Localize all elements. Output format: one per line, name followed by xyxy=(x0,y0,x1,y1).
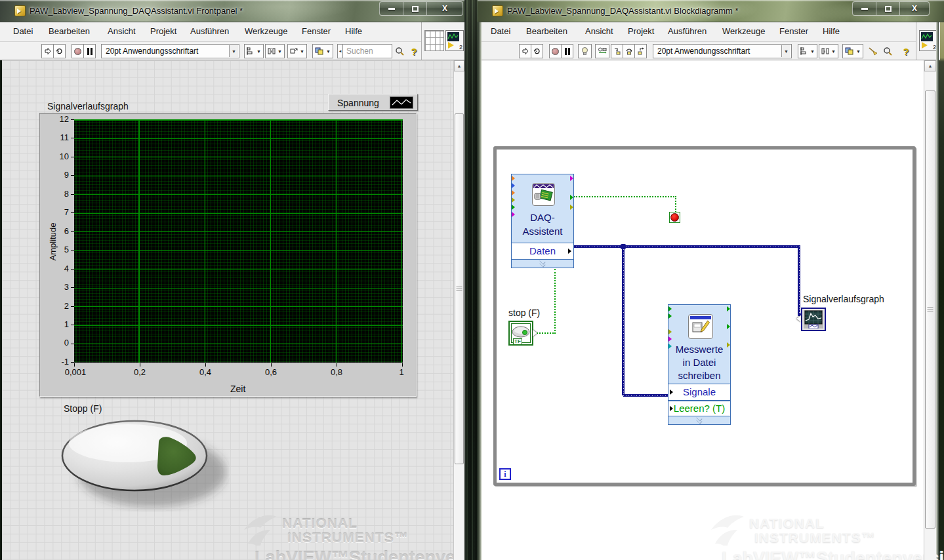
stop-terminal-label[interactable]: stop (F) xyxy=(508,308,540,318)
graph-label[interactable]: Signalverlaufsgraph xyxy=(47,101,129,111)
wire-stop-green[interactable] xyxy=(554,269,556,334)
legend-plot-sample[interactable] xyxy=(390,96,413,109)
stop-terminal[interactable]: TF xyxy=(508,321,533,346)
scroll-up-button[interactable]: ▲ xyxy=(454,60,464,71)
vertical-scrollbar[interactable]: ▲ xyxy=(924,60,936,560)
titlebar[interactable]: PAW_Labview_Spannung_DAQAssistant.vi Fro… xyxy=(0,0,466,22)
minimize-button[interactable] xyxy=(852,1,876,16)
step-over-button[interactable] xyxy=(623,44,635,58)
graph-terminal[interactable] xyxy=(801,308,826,331)
align-objects-button[interactable]: ▼ xyxy=(244,44,264,58)
terminal-out-arrow xyxy=(533,330,537,336)
abort-button[interactable] xyxy=(549,44,562,58)
menu-fenster[interactable]: Fenster xyxy=(302,26,331,36)
menu-werkzeuge[interactable]: Werkzeuge xyxy=(245,26,288,36)
font-selector-dropdown[interactable]: ▼ xyxy=(229,45,238,57)
step-into-button[interactable] xyxy=(611,44,623,58)
run-button[interactable] xyxy=(519,44,531,58)
menu-ausfuehren[interactable]: Ausführen xyxy=(190,26,229,36)
font-selector-dropdown[interactable]: ▼ xyxy=(781,45,790,57)
expand-chevron[interactable]: ▼▼ xyxy=(512,260,573,268)
resize-objects-button[interactable]: ▼ xyxy=(287,44,307,58)
vi-icon[interactable]: 2 xyxy=(445,30,464,51)
align-grid-icon[interactable] xyxy=(424,30,444,51)
vi-icon[interactable]: 2 xyxy=(919,30,937,51)
wire-daten-data[interactable] xyxy=(798,247,800,316)
scrollbar-thumb[interactable] xyxy=(925,90,935,529)
menu-hilfe[interactable]: Hilfe xyxy=(823,26,840,36)
run-continuous-button[interactable] xyxy=(531,44,543,58)
error-stop-dot[interactable] xyxy=(669,212,680,223)
align-objects-button[interactable]: ▼ xyxy=(798,44,817,58)
pause-button[interactable] xyxy=(561,44,573,58)
graph-terminal-label[interactable]: Signalverlaufsgraph xyxy=(803,294,884,304)
reorder-button[interactable]: ▼ xyxy=(842,44,863,58)
run-continuous-button[interactable] xyxy=(53,44,66,58)
menu-ansicht[interactable]: Ansicht xyxy=(585,26,613,36)
scrollbar-thumb[interactable] xyxy=(455,113,464,464)
menu-fenster[interactable]: Fenster xyxy=(779,26,808,36)
daq-assistant-node[interactable]: DAQ- Assistent Daten ▼▼ xyxy=(511,174,574,268)
vertical-scrollbar[interactable]: ▲ xyxy=(453,60,464,560)
expand-chevron[interactable]: ▼▼ xyxy=(668,417,730,424)
help-button[interactable]: ? xyxy=(900,44,912,58)
menu-hilfe[interactable]: Hilfe xyxy=(345,26,362,36)
wire-daten-data[interactable] xyxy=(623,394,668,397)
distribute-objects-button[interactable]: ▼ xyxy=(265,44,285,58)
run-button[interactable] xyxy=(41,44,54,58)
pause-button[interactable] xyxy=(83,44,96,58)
retain-wire-values-button[interactable] xyxy=(595,44,609,58)
maximize-button[interactable] xyxy=(876,1,899,16)
terminal-in-arrow xyxy=(796,315,801,322)
search-button[interactable] xyxy=(880,44,895,58)
highlight-execution-button[interactable] xyxy=(578,44,592,58)
font-selector[interactable]: 20pt Anwendungsschriftart ▼ xyxy=(101,44,239,58)
menu-datei[interactable]: Datei xyxy=(491,26,510,36)
wire-error-green[interactable] xyxy=(574,196,676,197)
blockdiagram-canvas[interactable]: DAQ- Assistent Daten ▼▼ stop (F) TF xyxy=(482,60,924,560)
menu-bearbeiten[interactable]: Bearbeiten xyxy=(49,26,90,36)
wire-daten-data[interactable] xyxy=(573,245,800,248)
menu-datei[interactable]: Datei xyxy=(13,26,33,36)
step-out-button[interactable] xyxy=(634,44,647,58)
info-icon[interactable]: i xyxy=(499,468,511,480)
watermark-line3: LabVIEW™Studentenversion xyxy=(255,548,466,560)
font-selector-value: 20pt Anwendungsschriftart xyxy=(657,47,750,56)
menu-werkzeuge[interactable]: Werkzeuge xyxy=(722,26,766,36)
search-button[interactable] xyxy=(392,44,407,58)
search-input[interactable]: Suchen xyxy=(342,44,392,58)
menu-ansicht[interactable]: Ansicht xyxy=(108,26,136,36)
menu-projekt[interactable]: Projekt xyxy=(150,26,176,36)
font-selector[interactable]: 20pt Anwendungsschriftart ▼ xyxy=(653,44,792,58)
waveform-graph[interactable]: 1211 109 87 65 43 21 0-1 0,001 0,2 0,4 0… xyxy=(39,113,417,397)
write-measurement-node[interactable]: Messwerte in Datei schreiben Signale Lee… xyxy=(668,304,731,425)
help-icon: ? xyxy=(903,46,909,57)
titlebar[interactable]: PAW_Labview_Spannung_DAQAssistant.vi Blo… xyxy=(478,0,944,22)
distribute-objects-button[interactable]: ▼ xyxy=(819,44,838,58)
plot-area[interactable] xyxy=(74,119,403,363)
stop-button[interactable] xyxy=(52,413,230,511)
cleanup-diagram-button[interactable] xyxy=(866,44,880,58)
wire-stop-green[interactable] xyxy=(535,332,556,334)
help-button[interactable]: ? xyxy=(408,44,420,58)
wire-daten-data[interactable] xyxy=(622,247,625,395)
wire-error-green[interactable] xyxy=(675,196,676,212)
close-button[interactable]: X xyxy=(426,1,463,16)
abort-button[interactable] xyxy=(72,44,84,58)
menu-projekt[interactable]: Projekt xyxy=(628,26,654,36)
reorder-button[interactable]: ▼ xyxy=(312,44,333,58)
legend-plot-name[interactable]: Spannung xyxy=(337,98,379,108)
close-button[interactable]: X xyxy=(899,1,930,16)
stop-button-label[interactable]: Stopp (F) xyxy=(64,403,102,414)
font-selector-value: 20pt Anwendungsschriftart xyxy=(106,47,198,56)
menu-ausfuehren[interactable]: Ausführen xyxy=(668,26,707,36)
plot-legend[interactable]: Spannung xyxy=(328,94,418,111)
daq-node-daten-row[interactable]: Daten xyxy=(512,243,573,260)
maximize-button[interactable] xyxy=(403,1,426,16)
scroll-up-button[interactable]: ▲ xyxy=(924,60,936,71)
menu-bearbeiten[interactable]: Bearbeiten xyxy=(526,26,567,36)
maximize-icon xyxy=(885,6,892,12)
write-node-signale-row[interactable]: Signale xyxy=(668,384,730,401)
minimize-button[interactable] xyxy=(379,1,403,16)
write-node-leeren-row[interactable]: Leeren? (T) xyxy=(668,401,730,416)
